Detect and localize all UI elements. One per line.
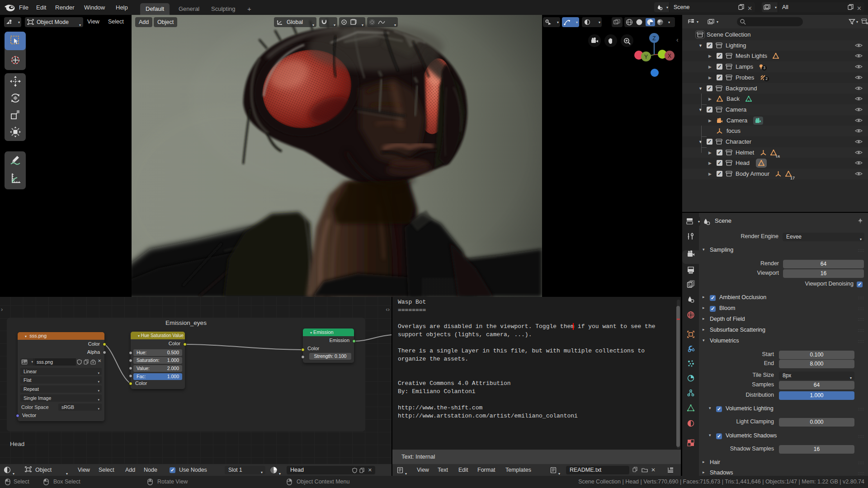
svg-text:Z: Z (652, 35, 656, 42)
svg-text:X: X (668, 53, 671, 59)
svg-text:Y: Y (644, 54, 648, 60)
